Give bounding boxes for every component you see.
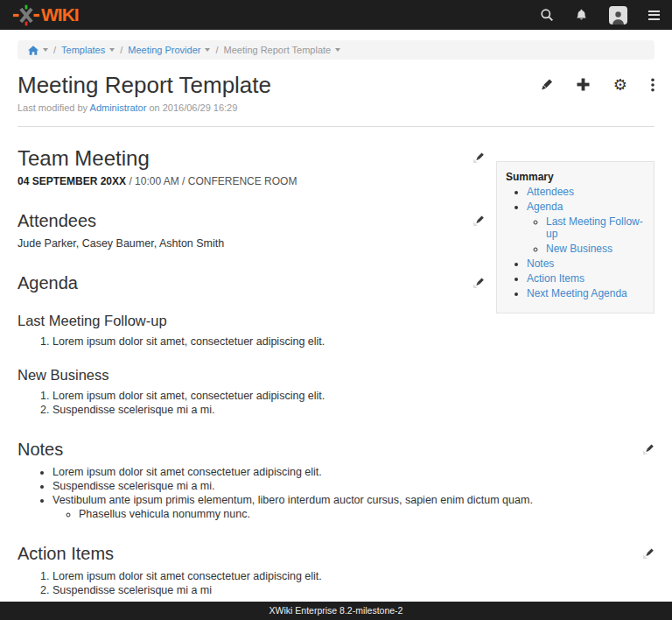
breadcrumb-item-current: Meeting Report Template bbox=[223, 45, 331, 55]
list-item: New Business bbox=[546, 243, 645, 255]
breadcrumb-item-meeting-provider[interactable]: Meeting Provider bbox=[128, 45, 200, 55]
list-item: Lorem ipsum dolor sit amet consectetuer … bbox=[52, 570, 654, 582]
list-item: Next Meeting Agenda bbox=[527, 287, 645, 299]
section-edit-pencil-icon[interactable] bbox=[643, 442, 654, 458]
list-item: Lorem ipsum dolor sit amet consectetuer … bbox=[52, 466, 654, 478]
chevron-down-icon[interactable] bbox=[205, 48, 210, 52]
heading-attendees: Attendees bbox=[18, 211, 96, 231]
section-edit-pencil-icon[interactable] bbox=[473, 151, 485, 166]
breadcrumb: / Templates / Meeting Provider / Meeting… bbox=[18, 40, 654, 60]
toc-link-attendees[interactable]: Attendees bbox=[527, 186, 574, 198]
chevron-down-icon[interactable] bbox=[335, 48, 340, 52]
chevron-down-icon[interactable] bbox=[109, 48, 115, 52]
xwiki-logo-text: WIKI bbox=[41, 4, 79, 25]
avatar[interactable] bbox=[609, 6, 627, 25]
list-item: Action Items bbox=[527, 272, 645, 285]
toc-link-next-meeting[interactable]: Next Meeting Agenda bbox=[527, 287, 627, 299]
list-item: Vestibulum ante ipsum primis elementum, … bbox=[52, 494, 654, 520]
page-title: Meeting Report Template bbox=[18, 72, 271, 99]
create-button[interactable] bbox=[577, 78, 590, 91]
list-item: Phasellus vehicula nonummy nunc. bbox=[79, 508, 654, 520]
version-footer: XWiki Enterprise 8.2-milestone-2 bbox=[0, 602, 672, 620]
hamburger-icon[interactable] bbox=[648, 11, 660, 20]
chevron-down-icon[interactable] bbox=[43, 48, 48, 52]
heading-action-items: Action Items bbox=[18, 544, 114, 564]
toc-link-notes[interactable]: Notes bbox=[527, 257, 554, 270]
section-edit-pencil-icon[interactable] bbox=[473, 276, 485, 292]
heading-notes: Notes bbox=[18, 440, 63, 460]
list-item: Lorem ipsum dolor sit amet, consectetuer… bbox=[52, 390, 654, 402]
gear-icon[interactable]: ⚙ bbox=[613, 77, 627, 93]
more-actions-icon[interactable] bbox=[651, 78, 654, 92]
toc-link-action-items[interactable]: Action Items bbox=[527, 272, 584, 285]
list-item: Last Meeting Follow-up bbox=[546, 215, 645, 241]
toc-link-agenda[interactable]: Agenda bbox=[527, 201, 563, 213]
edit-button[interactable] bbox=[539, 78, 553, 92]
list-item: Suspendisse scelerisque mi a mi. bbox=[52, 404, 654, 416]
heading-follow-up: Last Meeting Follow-up bbox=[18, 313, 167, 329]
list-item: Agenda Last Meeting Follow-up New Busine… bbox=[527, 201, 645, 256]
list-item: Suspendisse scelerisque mi a mi. bbox=[52, 480, 654, 492]
section-edit-pencil-icon[interactable] bbox=[643, 546, 654, 562]
section-edit-pencil-icon[interactable] bbox=[473, 214, 485, 229]
heading-agenda: Agenda bbox=[18, 273, 78, 293]
summary-box: Summary Attendees Agenda Last Meeting Fo… bbox=[496, 161, 654, 314]
list-item: Attendees bbox=[527, 186, 645, 198]
last-modified-line: Last modified by Administrator on 2016/0… bbox=[18, 102, 654, 113]
document-content: Summary Attendees Agenda Last Meeting Fo… bbox=[0, 146, 672, 620]
version-text: XWiki Enterprise 8.2-milestone-2 bbox=[270, 605, 403, 616]
doc-title: Team Meeting bbox=[18, 146, 150, 171]
list-item: Suspendisse scelerisque mi a mi bbox=[52, 584, 654, 596]
toc-link-new-business[interactable]: New Business bbox=[546, 243, 612, 255]
breadcrumb-home-icon[interactable] bbox=[28, 46, 38, 55]
list-item: Notes bbox=[527, 257, 645, 270]
xwiki-logo-x-icon bbox=[12, 4, 40, 26]
top-navbar: WIKI bbox=[0, 0, 672, 30]
modified-by-user-link[interactable]: Administrator bbox=[90, 102, 147, 113]
bell-icon[interactable] bbox=[575, 8, 588, 22]
search-icon[interactable] bbox=[540, 8, 554, 22]
list-item: Lorem ipsum dolor sit amet, consectetuer… bbox=[52, 335, 654, 348]
breadcrumb-item-templates[interactable]: Templates bbox=[61, 45, 105, 55]
header-divider bbox=[18, 126, 654, 127]
summary-title: Summary bbox=[506, 171, 645, 183]
toc-link-follow-up[interactable]: Last Meeting Follow-up bbox=[546, 215, 643, 240]
xwiki-logo[interactable]: WIKI bbox=[12, 4, 79, 26]
heading-new-business: New Business bbox=[18, 367, 109, 384]
